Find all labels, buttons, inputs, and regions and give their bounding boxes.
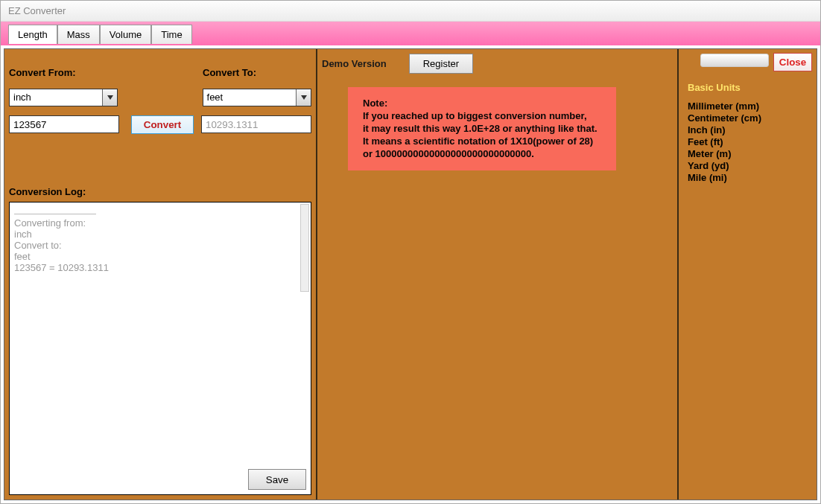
- tab-volume[interactable]: Volume: [100, 25, 151, 44]
- note-body: If you reached up to biggest conversion …: [363, 110, 601, 161]
- unit-item: Mile (mi): [688, 172, 812, 183]
- unit-item: Inch (in): [688, 124, 812, 135]
- unit-item: Centimeter (cm): [688, 112, 812, 124]
- scrollbar[interactable]: [300, 204, 309, 292]
- tab-label: Time: [161, 29, 182, 40]
- tab-time[interactable]: Time: [151, 25, 191, 44]
- tab-strip: Length Mass Volume Time: [1, 22, 820, 45]
- save-button[interactable]: Save: [248, 469, 306, 490]
- chevron-down-icon: [301, 95, 307, 100]
- panel-units: Close Basic Units Millimeter (mm) Centim…: [679, 49, 817, 500]
- to-unit-select[interactable]: feet: [203, 89, 311, 106]
- unit-item: Meter (m): [688, 148, 812, 159]
- from-unit-value: inch: [10, 89, 102, 106]
- chevron-down-icon: [107, 95, 113, 100]
- to-unit-value: feet: [203, 89, 296, 106]
- conversion-log-label: Conversion Log:: [9, 186, 311, 197]
- panel-conversion: Convert From: Convert To: inch feet: [4, 49, 317, 500]
- tab-label: Volume: [110, 29, 142, 40]
- note-box: Note: If you reached up to biggest conve…: [348, 87, 616, 170]
- content-area: Convert From: Convert To: inch feet: [4, 48, 817, 500]
- close-button[interactable]: Close: [773, 53, 812, 71]
- convert-to-label: Convert To:: [203, 67, 256, 78]
- convert-from-label: Convert From:: [9, 67, 195, 78]
- result-value: [201, 115, 311, 133]
- convert-button[interactable]: Convert: [131, 115, 194, 134]
- title-bar: EZ Converter: [1, 1, 820, 22]
- window-title: EZ Converter: [8, 5, 66, 16]
- unit-item: Yard (yd): [688, 160, 812, 171]
- tab-label: Mass: [67, 29, 90, 40]
- unit-item: Millimeter (mm): [688, 101, 812, 112]
- tab-mass[interactable]: Mass: [57, 25, 100, 44]
- dropdown-icon[interactable]: [102, 89, 117, 106]
- register-button[interactable]: Register: [409, 54, 473, 74]
- panel-info: Demo Version Register Note: If you reach…: [317, 49, 679, 500]
- unit-item: Feet (ft): [688, 136, 812, 147]
- decor-bar: [700, 54, 769, 67]
- conversion-log[interactable]: Converting from: inch Convert to: feet 1…: [9, 202, 311, 495]
- note-title: Note:: [363, 98, 601, 110]
- basic-units-title: Basic Units: [688, 82, 812, 93]
- input-value[interactable]: [9, 115, 119, 133]
- dropdown-icon[interactable]: [296, 89, 311, 106]
- app-window: EZ Converter Length Mass Volume Time Con…: [0, 0, 821, 504]
- demo-version-label: Demo Version: [322, 58, 387, 69]
- from-unit-select[interactable]: inch: [9, 89, 118, 106]
- tab-label: Length: [18, 29, 48, 40]
- log-text: Converting from: inch Convert to: feet 1…: [14, 217, 306, 469]
- units-list: Millimeter (mm) Centimeter (cm) Inch (in…: [683, 101, 812, 183]
- log-divider: [14, 207, 96, 214]
- tab-length[interactable]: Length: [8, 25, 57, 44]
